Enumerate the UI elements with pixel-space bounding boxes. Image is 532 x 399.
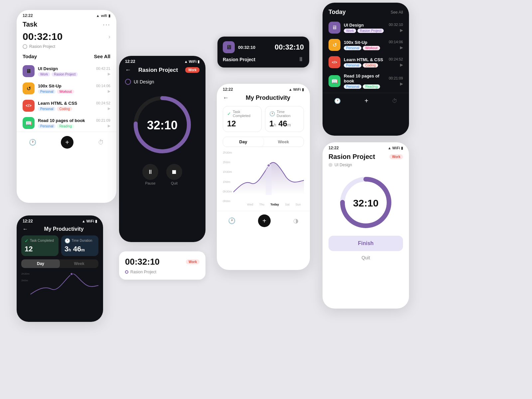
- running-pause-icon[interactable]: ⏸: [298, 56, 304, 63]
- ring-timer: 32:10: [147, 118, 178, 132]
- task-title: Task: [23, 21, 37, 28]
- status-icons-2: ▲ WiFi ▮: [184, 60, 200, 64]
- task-right: 00:21:09 ▶: [96, 118, 110, 128]
- mini-timer-card: 00:32:10 Work Rasion Project: [119, 251, 205, 280]
- play-icon[interactable]: ▶: [108, 72, 110, 76]
- add-fab-button[interactable]: +: [258, 214, 271, 227]
- play-icon[interactable]: ▶: [108, 89, 110, 93]
- play-icon[interactable]: ▶: [108, 124, 110, 128]
- play-icon[interactable]: ▶: [108, 106, 110, 111]
- dark-day-tab[interactable]: Day: [21, 259, 60, 268]
- dark-add-icon[interactable]: +: [364, 97, 368, 105]
- big-ring: 32:10: [339, 176, 392, 230]
- dark-history-icon[interactable]: 🕐: [334, 98, 341, 104]
- finish-button[interactable]: Finish: [329, 236, 403, 251]
- dark-play-icon[interactable]: ▶: [400, 63, 403, 67]
- dark-stats-row: ✓ Task Completed 12 🕐 Time Duration 3h 4…: [17, 235, 103, 259]
- status-time-2: 12:22: [125, 59, 135, 64]
- mini-sub: Rasion Project: [125, 270, 200, 274]
- history-icon-2[interactable]: 🕐: [228, 217, 235, 224]
- tag-work: Work: [344, 29, 356, 33]
- dark-play-icon[interactable]: ▶: [400, 45, 403, 50]
- mini-header-row: 00:32:10 Work: [125, 257, 200, 267]
- dark-back-icon[interactable]: ←: [23, 226, 28, 232]
- dark-task-name: Learn HTML & CSS: [344, 57, 385, 62]
- task-info-uidesign: UI Design Work Rasion Project: [38, 66, 93, 76]
- tag-reading: Reading: [57, 124, 74, 128]
- stat-label-row-2: 🕐 TimeDuration: [269, 110, 300, 118]
- task-item: 📖 Read 10 pages of book Personal Reading…: [17, 114, 116, 132]
- current-task-label: UI Design: [134, 79, 154, 84]
- time-duration-value: 1h 46m: [269, 119, 300, 128]
- tag-workout: Workout: [57, 89, 74, 94]
- dark-play-icon[interactable]: ▶: [400, 28, 403, 33]
- dark-see-all-button[interactable]: See All: [391, 10, 403, 15]
- status-icons-3: ▲ WiFi ▮: [289, 87, 304, 92]
- history-icon[interactable]: 🕐: [29, 139, 36, 146]
- dark-task-time: 00:32:10: [389, 23, 403, 27]
- task-info-situp: 100x Sit-Up Personal Workout: [38, 83, 93, 94]
- task-info-html: Learn HTML & CSS Personal Coding: [38, 101, 93, 111]
- dark-task-name: 100x Sit-Up: [344, 40, 385, 45]
- timer-row[interactable]: 00:32:10 ›: [17, 31, 116, 44]
- y-label: 2h0m: [223, 161, 232, 164]
- mini-project: Rasion Project: [130, 270, 156, 274]
- dark-task-info: Read 10 pages of book Personal Reading: [344, 73, 385, 89]
- tag-work: Work: [38, 72, 50, 76]
- dark-stats-icon[interactable]: ⏱: [392, 98, 397, 104]
- task-time: 00:14:06: [96, 84, 110, 88]
- add-task-button[interactable]: +: [61, 136, 73, 149]
- task-info-book: Read 10 pages of book Personal Reading: [38, 118, 93, 128]
- mini-timer: 00:32:10: [125, 257, 160, 267]
- back-icon[interactable]: ←: [223, 94, 229, 101]
- task-name: Read 10 pages of book: [38, 118, 93, 123]
- time-duration-label: TimeDuration: [277, 110, 291, 118]
- dark-task-time: 00:21:09: [389, 76, 403, 80]
- tag-coding: Coding: [363, 63, 378, 67]
- status-icons-5: ▲ WiFi ▮: [388, 146, 403, 150]
- project-name: Rasion Project: [29, 44, 55, 49]
- dark-clock-icon: 🕐: [65, 238, 70, 243]
- back-arrow-icon[interactable]: ←: [125, 66, 131, 73]
- dark-check-icon: ✓: [25, 238, 29, 243]
- svg-text:2h0m: 2h0m: [21, 279, 28, 282]
- task-header: Task ···: [17, 19, 116, 31]
- prod-bottom-nav: 🕐 + ◑: [217, 211, 310, 230]
- dark-week-tab[interactable]: Week: [60, 259, 98, 268]
- dark-task-completed-label: Task Completed: [30, 239, 54, 242]
- dark-task-time: 00:24:52: [389, 57, 403, 61]
- quit-button[interactable]: ⏹: [166, 164, 182, 180]
- proj-detail-title: Rasion Project: [329, 153, 375, 161]
- dark-task-icon-situp: ↺: [329, 39, 340, 51]
- task-icon-situp: ↺: [23, 82, 35, 94]
- dark-task-info: Learn HTML & CSS Personal Coding: [344, 57, 385, 67]
- more-icon[interactable]: ···: [103, 21, 110, 28]
- dark-time-duration-label: Time Duration: [71, 239, 92, 242]
- tag-reading: Reading: [363, 84, 380, 89]
- x-label-wed: Wed: [247, 203, 253, 206]
- pie-icon[interactable]: ◑: [293, 217, 299, 224]
- dark-task-tags: Personal Coding: [344, 63, 385, 67]
- prod-header: ← My Productivity: [217, 93, 310, 106]
- status-bar-3: 12:22 ▲ WiFi ▮: [217, 84, 310, 93]
- battery-icon: ▮: [108, 14, 110, 18]
- productivity-chart: [233, 151, 304, 201]
- running-project: Rasion Project: [223, 57, 255, 62]
- running-timer-display: 00:32:10: [275, 43, 304, 52]
- dark-play-icon[interactable]: ▶: [400, 81, 403, 86]
- status-bar-2: 12:22 ▲ WiFi ▮: [119, 56, 205, 65]
- project-title: Rasion Project: [138, 67, 178, 73]
- see-all-button[interactable]: See All: [94, 54, 110, 59]
- signal-wifi-bat-6: ▲ WiFi ▮: [82, 219, 97, 223]
- task-right: 00:24:52 ▶: [96, 101, 110, 111]
- stats-icon[interactable]: ⏱: [98, 139, 104, 146]
- tag-personal: Personal: [38, 107, 56, 111]
- dark-task-item: 📖 Read 10 pages of book Personal Reading…: [323, 71, 409, 91]
- quit-link[interactable]: Quit: [323, 254, 409, 262]
- pause-button[interactable]: ⏸: [142, 164, 158, 180]
- clock-icon: 🕐: [269, 111, 275, 116]
- day-tab[interactable]: Day: [223, 137, 263, 147]
- dark-prod-header: ← My Productivity: [17, 225, 103, 235]
- task-item: ↺ 100x Sit-Up Personal Workout 00:14:06 …: [17, 80, 116, 97]
- week-tab[interactable]: Week: [263, 137, 304, 147]
